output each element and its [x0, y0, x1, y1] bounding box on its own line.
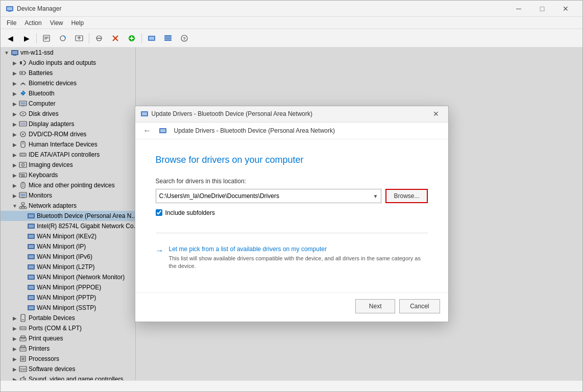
menu-action[interactable]: Action [20, 18, 45, 28]
toolbar-separator-3 [141, 33, 142, 43]
subfolders-label[interactable]: Include subfolders [165, 209, 215, 216]
svg-rect-20 [164, 37, 172, 39]
svg-rect-19 [164, 35, 172, 37]
toolbar: ◀ ▶ ? [1, 29, 582, 47]
dialog-pick-content: Let me pick from a list of available dri… [169, 246, 428, 271]
dialog-pick-row: → Let me pick from a list of available d… [156, 246, 428, 271]
toolbar-separator-1 [36, 33, 37, 43]
device-manager-window: Device Manager ─ □ ✕ File Action View He… [0, 0, 583, 392]
disable-button[interactable] [91, 31, 107, 45]
close-button[interactable]: ✕ [554, 1, 577, 17]
display-type-button[interactable] [160, 31, 176, 45]
dialog-overlay: Update Drivers - Bluetooth Device (Perso… [1, 47, 582, 380]
svg-rect-21 [164, 39, 172, 41]
update-drivers-dialog: Update Drivers - Bluetooth Device (Perso… [135, 106, 449, 323]
dialog-divider [156, 233, 428, 233]
menu-help[interactable]: Help [67, 18, 88, 28]
menu-view[interactable]: View [46, 18, 67, 28]
window-icon [6, 5, 14, 13]
svg-text:?: ? [183, 36, 186, 41]
dialog-close-button[interactable]: ✕ [429, 108, 443, 120]
uninstall-button[interactable] [108, 31, 123, 45]
pick-link[interactable]: Let me pick from a list of available dri… [169, 246, 428, 253]
dialog-path-row: C:\Users\m_la\OneDrive\Documents\Drivers… [156, 189, 428, 203]
subfolders-checkbox[interactable] [156, 209, 162, 216]
svg-rect-1 [7, 7, 12, 10]
toolbar-separator-2 [89, 33, 89, 43]
forward-button[interactable]: ▶ [19, 31, 34, 45]
browse-button[interactable]: Browse... [385, 189, 427, 203]
dialog-nav-icon [159, 127, 167, 135]
dialog-footer: Next Cancel [135, 292, 448, 322]
dialog-path-select[interactable]: C:\Users\m_la\OneDrive\Documents\Drivers [159, 189, 378, 203]
svg-rect-2 [8, 11, 11, 12]
dialog-subfolders-row: Include subfolders [156, 209, 428, 216]
svg-rect-5 [44, 38, 48, 38]
window-title: Device Manager [17, 5, 507, 12]
dialog-heading: Browse for drivers on your computer [156, 155, 428, 165]
dialog-search-label: Search for drivers in this location: [156, 178, 428, 185]
svg-rect-18 [149, 37, 154, 40]
back-button[interactable]: ◀ [3, 31, 18, 45]
update-driver-button[interactable] [71, 31, 87, 45]
window-controls: ─ □ ✕ [507, 1, 577, 17]
help-button[interactable]: ? [177, 31, 192, 45]
maximize-button[interactable]: □ [530, 1, 554, 17]
dialog-title-icon [140, 110, 149, 118]
add-driver-button[interactable] [124, 31, 139, 45]
dialog-back-button[interactable]: ← [140, 125, 155, 137]
dialog-title-text: Update Drivers - Bluetooth Device (Perso… [152, 110, 429, 117]
menu-file[interactable]: File [3, 18, 20, 28]
minimize-button[interactable]: ─ [507, 1, 530, 17]
svg-rect-6 [44, 39, 47, 39]
title-bar: Device Manager ─ □ ✕ [1, 1, 582, 17]
svg-rect-111 [142, 112, 147, 115]
status-bar [1, 380, 582, 391]
pick-link-anchor[interactable]: Let me pick from a list of available dri… [169, 246, 327, 253]
pick-arrow-icon: → [156, 246, 164, 255]
display-all-button[interactable] [144, 31, 159, 45]
dialog-nav-row: ← Update Drivers - Bluetooth Device (Per… [135, 122, 448, 139]
main-area: ▼ vm-w11-ssd ▶ Audio inputs and outputs … [1, 47, 582, 380]
svg-rect-113 [160, 129, 165, 132]
next-button[interactable]: Next [355, 299, 395, 313]
dialog-title-bar: Update Drivers - Bluetooth Device (Perso… [135, 106, 448, 122]
dialog-path-input-wrapper: C:\Users\m_la\OneDrive\Documents\Drivers… [156, 189, 382, 203]
pick-link-desc: This list will show available drivers co… [169, 255, 428, 271]
menu-bar: File Action View Help [1, 17, 582, 29]
properties-button[interactable] [39, 31, 54, 45]
dialog-nav-title: Update Drivers - Bluetooth Device (Perso… [174, 127, 335, 134]
scan-button[interactable] [55, 31, 70, 45]
cancel-button[interactable]: Cancel [399, 299, 440, 313]
svg-rect-4 [44, 37, 48, 37]
dialog-body: Browse for drivers on your computer Sear… [135, 139, 448, 293]
